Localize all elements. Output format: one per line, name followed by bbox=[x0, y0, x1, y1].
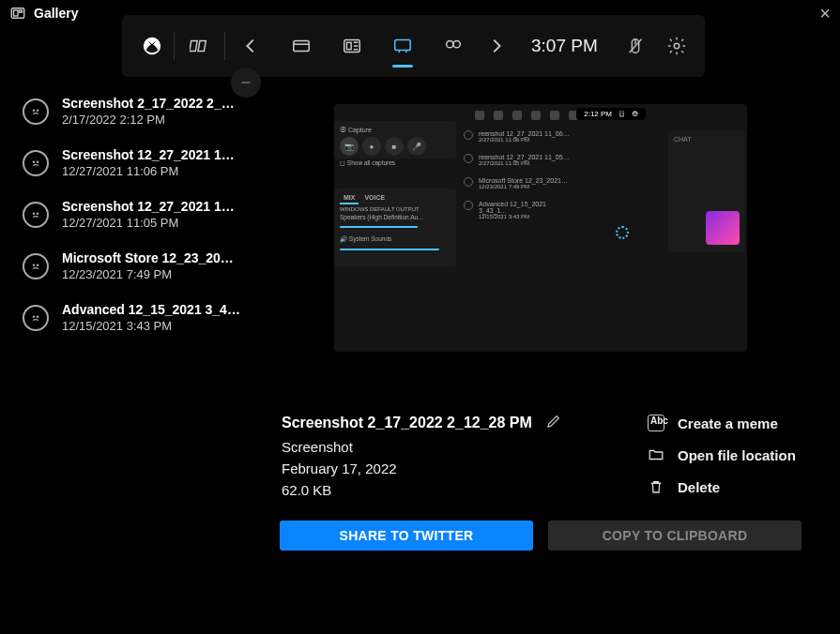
detail-date: February 17, 2022 bbox=[282, 460, 610, 476]
trash-icon bbox=[648, 478, 664, 495]
svg-point-23 bbox=[33, 316, 34, 317]
capture-icon[interactable] bbox=[278, 21, 325, 71]
svg-point-20 bbox=[37, 213, 38, 214]
file-name: Advanced 12_15_2021 3_43_1… bbox=[62, 302, 240, 317]
mouse-icon[interactable] bbox=[617, 21, 654, 71]
create-meme-action[interactable]: Abc Create a meme bbox=[648, 415, 796, 431]
gallery-tab-icon[interactable] bbox=[379, 21, 426, 71]
file-date: 12/23/2021 7:49 PM bbox=[62, 267, 240, 281]
svg-point-22 bbox=[37, 264, 38, 265]
open-location-action[interactable]: Open file location bbox=[648, 446, 796, 463]
widgets-icon[interactable] bbox=[176, 21, 223, 71]
svg-rect-8 bbox=[347, 42, 352, 49]
sad-face-icon bbox=[23, 150, 49, 176]
lookup-icon[interactable] bbox=[430, 21, 477, 71]
list-item[interactable]: Screenshot 2_17_2022 2_12_…2/17/2022 2:1… bbox=[8, 86, 265, 138]
mini-social-widget: CHAT bbox=[668, 130, 745, 252]
next-icon[interactable] bbox=[481, 21, 512, 71]
file-date: 2/17/2022 2:12 PM bbox=[62, 113, 240, 127]
file-date: 12/27/2021 11:05 PM bbox=[62, 216, 240, 230]
settings-icon[interactable] bbox=[658, 21, 695, 71]
capture-list: Screenshot 2_17_2022 2_12_…2/17/2022 2:1… bbox=[0, 26, 272, 634]
sad-face-icon bbox=[23, 253, 49, 279]
svg-rect-2 bbox=[20, 10, 23, 12]
xbox-icon[interactable] bbox=[131, 21, 173, 71]
svg-point-19 bbox=[33, 213, 34, 214]
main-panel: ⦿ Capture 📷●■🎤 ◻ Show all captures 2:12 … bbox=[272, 26, 840, 634]
gallery-icon bbox=[9, 5, 26, 22]
edit-icon[interactable] bbox=[545, 413, 562, 433]
svg-rect-1 bbox=[14, 10, 19, 16]
list-item[interactable]: Microsoft Store 12_23_2021…12/23/2021 7:… bbox=[8, 241, 265, 293]
file-name: Screenshot 2_17_2022 2_12_… bbox=[62, 96, 240, 111]
separator-handle[interactable] bbox=[231, 68, 261, 98]
sad-face-icon bbox=[23, 202, 49, 228]
list-item[interactable]: Screenshot 12_27_2021 11_06…12/27/2021 1… bbox=[8, 138, 265, 189]
clock: 3:07 PM bbox=[516, 36, 613, 56]
file-date: 12/15/2021 3:43 PM bbox=[62, 319, 240, 333]
folder-icon bbox=[648, 446, 664, 463]
sad-face-icon bbox=[23, 98, 49, 125]
preview-image: ⦿ Capture 📷●■🎤 ◻ Show all captures 2:12 … bbox=[334, 104, 747, 352]
mini-capture-widget: ⦿ Capture 📷●■🎤 ◻ Show all captures bbox=[334, 121, 456, 158]
list-item[interactable]: Advanced 12_15_2021 3_43_1…12/15/2021 3:… bbox=[8, 293, 265, 344]
file-name: Microsoft Store 12_23_2021… bbox=[62, 250, 240, 265]
action-label: Create a meme bbox=[678, 415, 778, 431]
loading-spinner-icon bbox=[616, 226, 629, 239]
action-label: Open file location bbox=[678, 447, 796, 463]
svg-point-18 bbox=[37, 161, 38, 162]
svg-rect-9 bbox=[395, 40, 411, 51]
prev-icon[interactable] bbox=[227, 21, 274, 71]
sad-face-icon bbox=[23, 305, 49, 331]
list-item[interactable]: Screenshot 12_27_2021 11_05…12/27/2021 1… bbox=[8, 189, 265, 241]
delete-action[interactable]: Delete bbox=[648, 478, 796, 495]
svg-point-14 bbox=[674, 43, 680, 49]
svg-point-15 bbox=[33, 110, 34, 111]
share-twitter-button[interactable]: SHARE TO TWITTER bbox=[280, 521, 533, 551]
file-name: Screenshot 12_27_2021 11_06… bbox=[62, 147, 240, 162]
close-icon[interactable]: × bbox=[819, 3, 831, 24]
svg-point-10 bbox=[447, 41, 453, 48]
mini-clock: 2:12 PM⌼⚙ bbox=[576, 108, 646, 120]
svg-rect-6 bbox=[294, 41, 310, 52]
svg-point-11 bbox=[453, 41, 460, 48]
game-bar-toolbar: 3:07 PM bbox=[122, 15, 705, 77]
mini-audio-widget: MIX VOICE WINDOWS DEFAULT OUTPUT Speaker… bbox=[334, 189, 456, 267]
svg-point-16 bbox=[37, 110, 38, 111]
screenshot-preview: ⦿ Capture 📷●■🎤 ◻ Show all captures 2:12 … bbox=[282, 81, 800, 375]
file-date: 12/27/2021 11:06 PM bbox=[62, 164, 240, 178]
detail-size: 62.0 KB bbox=[282, 482, 610, 498]
window-title: Gallery bbox=[34, 6, 78, 21]
copy-clipboard-button[interactable]: COPY TO CLIPBOARD bbox=[548, 521, 802, 551]
file-name: Screenshot 12_27_2021 11_05… bbox=[62, 199, 240, 214]
svg-rect-4 bbox=[190, 41, 197, 52]
svg-rect-5 bbox=[198, 41, 206, 52]
action-label: Delete bbox=[678, 479, 720, 495]
detail-title: Screenshot 2_17_2022 2_12_28 PM bbox=[282, 415, 532, 431]
audio-icon[interactable] bbox=[328, 21, 375, 71]
svg-point-21 bbox=[33, 264, 34, 265]
svg-point-17 bbox=[33, 161, 34, 162]
abc-icon: Abc bbox=[648, 415, 664, 431]
mini-list: reenshot 12_27_2021 11_06…2/27/2021 11:0… bbox=[464, 125, 576, 225]
detail-type: Screenshot bbox=[282, 439, 610, 455]
svg-point-24 bbox=[37, 316, 38, 317]
